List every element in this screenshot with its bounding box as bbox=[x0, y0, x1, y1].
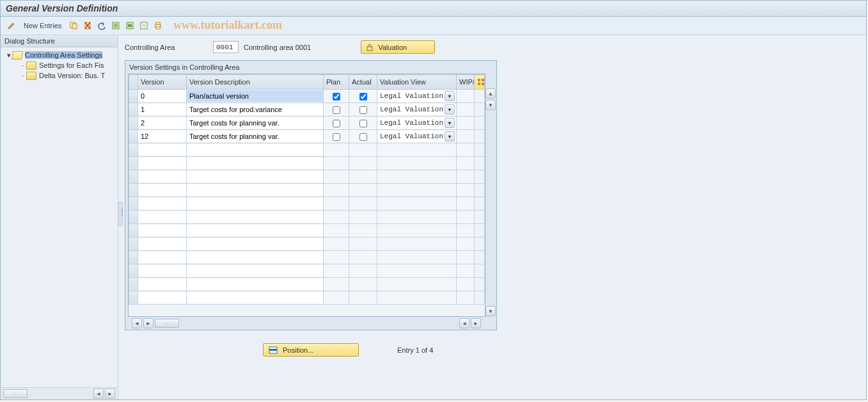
plan-checkbox[interactable] bbox=[333, 120, 340, 127]
delete-icon[interactable] bbox=[82, 20, 93, 31]
description-cell-input[interactable] bbox=[187, 171, 323, 182]
actual-checkbox[interactable] bbox=[359, 120, 367, 127]
valuation-view-select[interactable]: Legal Valuation▼ bbox=[377, 131, 456, 142]
description-cell-input[interactable] bbox=[187, 225, 323, 236]
table-row[interactable] bbox=[129, 251, 485, 264]
table-scroll-right-small-button[interactable]: ► bbox=[143, 318, 154, 328]
version-cell-input[interactable] bbox=[138, 211, 186, 223]
table-row[interactable] bbox=[129, 278, 485, 291]
version-cell-input[interactable] bbox=[138, 265, 186, 277]
version-cell-input[interactable] bbox=[138, 198, 186, 209]
table-row[interactable] bbox=[129, 224, 485, 237]
col-wip[interactable]: WIP/ bbox=[457, 75, 475, 90]
version-cell-input[interactable] bbox=[138, 278, 186, 290]
version-cell-input[interactable] bbox=[138, 117, 186, 129]
row-selector[interactable] bbox=[129, 264, 138, 278]
version-cell-input[interactable] bbox=[138, 144, 186, 156]
table-row[interactable]: Legal Valuation▼ bbox=[129, 130, 485, 143]
actual-checkbox[interactable] bbox=[359, 106, 367, 114]
row-selector[interactable] bbox=[129, 130, 138, 143]
row-selector[interactable] bbox=[129, 237, 138, 251]
col-actual[interactable]: Actual bbox=[349, 75, 377, 90]
valuation-view-select[interactable]: Legal Valuation▼ bbox=[377, 104, 456, 115]
row-selector[interactable] bbox=[129, 117, 138, 130]
table-row[interactable] bbox=[129, 264, 485, 278]
table-row[interactable] bbox=[129, 291, 485, 305]
table-row[interactable]: Legal Valuation▼ bbox=[129, 117, 485, 130]
version-cell-input[interactable] bbox=[138, 184, 186, 196]
row-selector-header[interactable] bbox=[129, 75, 138, 90]
valuation-view-select[interactable]: Legal Valuation▼ bbox=[377, 90, 456, 102]
row-selector[interactable] bbox=[129, 278, 138, 291]
col-version[interactable]: Version bbox=[138, 75, 187, 90]
scroll-up-button[interactable]: ▲ bbox=[485, 88, 496, 99]
description-cell-input[interactable] bbox=[187, 211, 323, 223]
description-cell-input[interactable] bbox=[187, 117, 323, 129]
scroll-down-button[interactable]: ▼ bbox=[485, 306, 496, 316]
plan-checkbox[interactable] bbox=[333, 106, 340, 114]
scroll-down-small-button[interactable]: ▼ bbox=[485, 100, 496, 110]
version-cell-input[interactable] bbox=[138, 252, 186, 263]
valuation-button[interactable]: Valuation bbox=[361, 40, 435, 54]
description-cell-input[interactable] bbox=[187, 278, 323, 290]
description-cell-input[interactable] bbox=[187, 131, 323, 142]
tree-node[interactable]: ·Delta Version: Bus. T bbox=[1, 70, 118, 81]
position-button[interactable]: Position... bbox=[263, 343, 359, 357]
row-selector[interactable] bbox=[129, 224, 138, 237]
version-cell-input[interactable] bbox=[138, 104, 186, 115]
copy-as-icon[interactable] bbox=[68, 20, 79, 31]
scrollbar-thumb[interactable]: ⋯ bbox=[3, 389, 28, 398]
print-icon[interactable] bbox=[152, 20, 164, 31]
dropdown-caret-icon[interactable]: ▼ bbox=[445, 131, 455, 141]
table-row[interactable] bbox=[129, 184, 485, 197]
deselect-all-icon[interactable] bbox=[138, 20, 150, 31]
row-selector[interactable] bbox=[129, 211, 138, 224]
description-cell-input[interactable] bbox=[187, 265, 323, 277]
table-row[interactable] bbox=[129, 170, 485, 184]
actual-checkbox[interactable] bbox=[359, 133, 367, 141]
dropdown-caret-icon[interactable]: ▼ bbox=[445, 91, 455, 101]
version-cell-input[interactable] bbox=[138, 131, 186, 142]
valuation-view-select[interactable]: Legal Valuation▼ bbox=[377, 117, 456, 129]
table-horizontal-scrollbar[interactable]: ◄ ► ⋯ ◄ ► bbox=[125, 317, 496, 330]
description-cell-input[interactable] bbox=[187, 292, 323, 303]
controlling-area-code-input[interactable] bbox=[213, 41, 239, 53]
table-row[interactable]: Legal Valuation▼ bbox=[129, 103, 485, 117]
select-all-icon[interactable] bbox=[110, 20, 122, 31]
table-vertical-scrollbar[interactable]: ▲ ▼ ▼ bbox=[485, 74, 496, 317]
row-selector[interactable] bbox=[129, 103, 138, 117]
row-selector[interactable] bbox=[129, 157, 138, 170]
plan-checkbox[interactable] bbox=[333, 93, 340, 100]
description-cell-input[interactable] bbox=[187, 157, 323, 169]
description-cell-input[interactable] bbox=[187, 184, 323, 196]
table-row[interactable] bbox=[129, 143, 485, 157]
tree-node[interactable]: ·Settings for Each Fis bbox=[1, 60, 118, 70]
table-row[interactable] bbox=[129, 197, 485, 211]
undo-change-icon[interactable] bbox=[96, 20, 107, 31]
version-cell-input[interactable] bbox=[138, 292, 186, 303]
row-selector[interactable] bbox=[129, 170, 138, 184]
description-cell-input[interactable] bbox=[187, 238, 323, 250]
description-cell-input[interactable] bbox=[187, 144, 323, 156]
row-selector[interactable] bbox=[129, 251, 138, 264]
table-scroll-left-button[interactable]: ◄ bbox=[132, 318, 142, 328]
scroll-left-button[interactable]: ◄ bbox=[93, 389, 104, 399]
plan-checkbox[interactable] bbox=[333, 133, 340, 141]
sidebar-horizontal-scrollbar[interactable]: ⋯ ◄ ► bbox=[1, 387, 118, 399]
table-config-icon[interactable] bbox=[475, 75, 485, 90]
version-cell-input[interactable] bbox=[138, 225, 186, 236]
version-settings-table[interactable]: Version Version Description Plan Actual … bbox=[129, 74, 485, 305]
actual-checkbox[interactable] bbox=[359, 93, 367, 100]
version-cell-input[interactable] bbox=[138, 157, 186, 169]
dropdown-caret-icon[interactable]: ▼ bbox=[445, 118, 455, 128]
description-cell-input[interactable] bbox=[187, 252, 323, 263]
col-valuation[interactable]: Valuation View bbox=[377, 75, 457, 90]
col-description[interactable]: Version Description bbox=[187, 75, 324, 90]
dropdown-caret-icon[interactable]: ▼ bbox=[445, 104, 455, 115]
row-selector[interactable] bbox=[129, 90, 138, 103]
description-cell-input[interactable] bbox=[187, 90, 323, 102]
version-cell-input[interactable] bbox=[138, 171, 186, 182]
table-row[interactable] bbox=[129, 211, 485, 224]
table-row[interactable] bbox=[129, 237, 485, 251]
table-scrollbar-thumb[interactable]: ⋯ bbox=[155, 319, 179, 328]
